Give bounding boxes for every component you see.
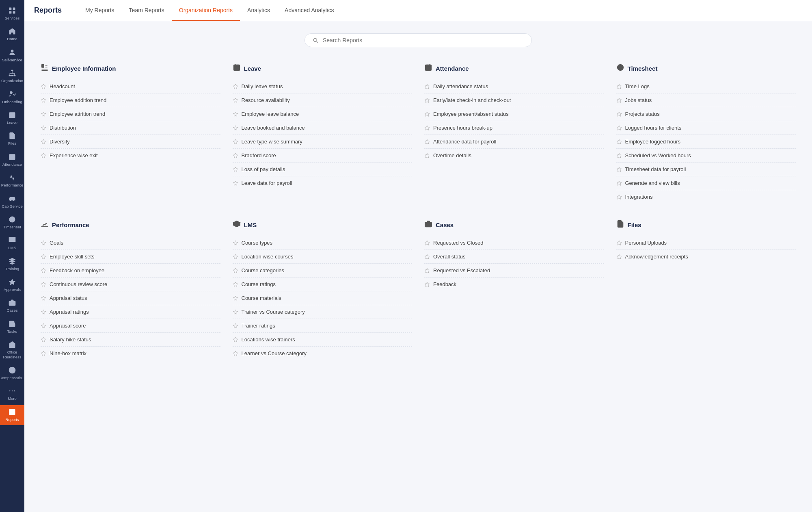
report-item[interactable]: Experience wise exit <box>41 149 220 162</box>
report-item[interactable]: Resource availability <box>233 93 412 107</box>
star-icon[interactable] <box>41 240 46 246</box>
report-item[interactable]: Employee present/absent status <box>424 107 604 121</box>
sidebar-item-self-service[interactable]: Self-service <box>0 46 24 65</box>
sidebar-item-timesheet[interactable]: Timesheet <box>0 213 24 232</box>
sidebar-item-onboarding[interactable]: Onboarding <box>0 87 24 107</box>
star-icon[interactable] <box>424 111 430 117</box>
star-icon[interactable] <box>616 194 622 200</box>
report-item[interactable]: Employee leave balance <box>233 107 412 121</box>
report-item[interactable]: Distribution <box>41 121 220 135</box>
star-icon[interactable] <box>616 240 622 246</box>
report-item[interactable]: Overtime details <box>424 149 604 162</box>
search-input[interactable] <box>323 37 524 43</box>
report-item[interactable]: Employee addition trend <box>41 93 220 107</box>
star-icon[interactable] <box>233 309 238 315</box>
report-item[interactable]: Timesheet data for payroll <box>616 163 796 176</box>
sidebar-item-home[interactable]: Home <box>0 24 24 44</box>
tab-advanced-analytics[interactable]: Advanced Analytics <box>277 0 341 21</box>
sidebar-item-approvals[interactable]: Approvals <box>0 275 24 295</box>
report-item[interactable]: Leave data for payroll <box>233 176 412 190</box>
report-item[interactable]: Trainer vs Course category <box>233 305 412 319</box>
star-icon[interactable] <box>424 139 430 145</box>
report-item[interactable]: Employee attrition trend <box>41 107 220 121</box>
sidebar-item-organization[interactable]: Organization <box>0 66 24 86</box>
star-icon[interactable] <box>41 139 46 145</box>
star-icon[interactable] <box>616 84 622 89</box>
report-item[interactable]: Requested vs Closed <box>424 236 604 250</box>
tab-team-reports[interactable]: Team Reports <box>122 0 172 21</box>
report-item[interactable]: Overall status <box>424 250 604 264</box>
star-icon[interactable] <box>424 282 430 287</box>
star-icon[interactable] <box>424 153 430 158</box>
star-icon[interactable] <box>41 111 46 117</box>
report-item[interactable]: Jobs status <box>616 93 796 107</box>
sidebar-item-services[interactable]: Services <box>0 4 24 24</box>
star-icon[interactable] <box>233 323 238 329</box>
star-icon[interactable] <box>41 254 46 260</box>
star-icon[interactable] <box>41 125 46 131</box>
report-item[interactable]: Acknowledgement receipts <box>616 250 796 263</box>
report-item[interactable]: Logged hours for clients <box>616 121 796 135</box>
report-item[interactable]: Goals <box>41 236 220 250</box>
star-icon[interactable] <box>233 111 238 117</box>
sidebar-item-cases[interactable]: Cases <box>0 296 24 316</box>
star-icon[interactable] <box>616 167 622 172</box>
report-item[interactable]: Generate and view bills <box>616 176 796 190</box>
report-item[interactable]: Course ratings <box>233 278 412 291</box>
star-icon[interactable] <box>41 282 46 287</box>
star-icon[interactable] <box>41 98 46 103</box>
report-item[interactable]: Continuous review score <box>41 278 220 291</box>
sidebar-item-cab-service[interactable]: Cab Service <box>0 192 24 212</box>
report-item[interactable]: Appraisal score <box>41 319 220 333</box>
report-item[interactable]: Requested vs Escalated <box>424 264 604 278</box>
report-item[interactable]: Trainer ratings <box>233 319 412 333</box>
star-icon[interactable] <box>233 268 238 273</box>
star-icon[interactable] <box>424 240 430 246</box>
report-item[interactable]: Course materials <box>233 291 412 305</box>
report-item[interactable]: Learner vs Course category <box>233 347 412 360</box>
report-item[interactable]: Daily attendance status <box>424 80 604 93</box>
tab-analytics[interactable]: Analytics <box>240 0 277 21</box>
report-item[interactable]: Course categories <box>233 264 412 278</box>
report-item[interactable]: Attendance data for payroll <box>424 135 604 149</box>
star-icon[interactable] <box>41 153 46 158</box>
sidebar-item-performance[interactable]: Performance <box>0 171 24 191</box>
report-item[interactable]: Scheduled vs Worked hours <box>616 149 796 163</box>
star-icon[interactable] <box>41 295 46 301</box>
report-item[interactable]: Headcount <box>41 80 220 93</box>
report-item[interactable]: Location wise courses <box>233 250 412 264</box>
star-icon[interactable] <box>41 351 46 356</box>
star-icon[interactable] <box>41 323 46 329</box>
sidebar-item-attendance[interactable]: Attendance <box>0 150 24 170</box>
report-item[interactable]: Feedback <box>424 278 604 291</box>
sidebar-item-lms[interactable]: LMS <box>0 233 24 253</box>
report-item[interactable]: Locations wise trainers <box>233 333 412 347</box>
report-item[interactable]: Leave type wise summary <box>233 135 412 149</box>
star-icon[interactable] <box>424 254 430 260</box>
star-icon[interactable] <box>41 337 46 343</box>
star-icon[interactable] <box>233 282 238 287</box>
sidebar-item-compensation[interactable]: Compensatio... <box>0 363 24 383</box>
star-icon[interactable] <box>41 309 46 315</box>
report-item[interactable]: Employee logged hours <box>616 135 796 149</box>
report-item[interactable]: Course types <box>233 236 412 250</box>
star-icon[interactable] <box>233 337 238 343</box>
star-icon[interactable] <box>616 111 622 117</box>
star-icon[interactable] <box>233 167 238 172</box>
report-item[interactable]: Appraisal status <box>41 291 220 305</box>
report-item[interactable]: Diversity <box>41 135 220 149</box>
star-icon[interactable] <box>233 240 238 246</box>
sidebar-item-reports[interactable]: Reports <box>0 405 24 425</box>
report-item[interactable]: Personal Uploads <box>616 236 796 250</box>
report-item[interactable]: Integrations <box>616 190 796 204</box>
star-icon[interactable] <box>616 180 622 186</box>
star-icon[interactable] <box>424 125 430 131</box>
report-item[interactable]: Salary hike status <box>41 333 220 347</box>
star-icon[interactable] <box>41 84 46 89</box>
report-item[interactable]: Nine-box matrix <box>41 347 220 360</box>
star-icon[interactable] <box>41 268 46 273</box>
sidebar-item-more[interactable]: More <box>0 384 24 404</box>
star-icon[interactable] <box>233 351 238 356</box>
sidebar-item-leave[interactable]: Leave <box>0 108 24 128</box>
report-item[interactable]: Daily leave status <box>233 80 412 93</box>
